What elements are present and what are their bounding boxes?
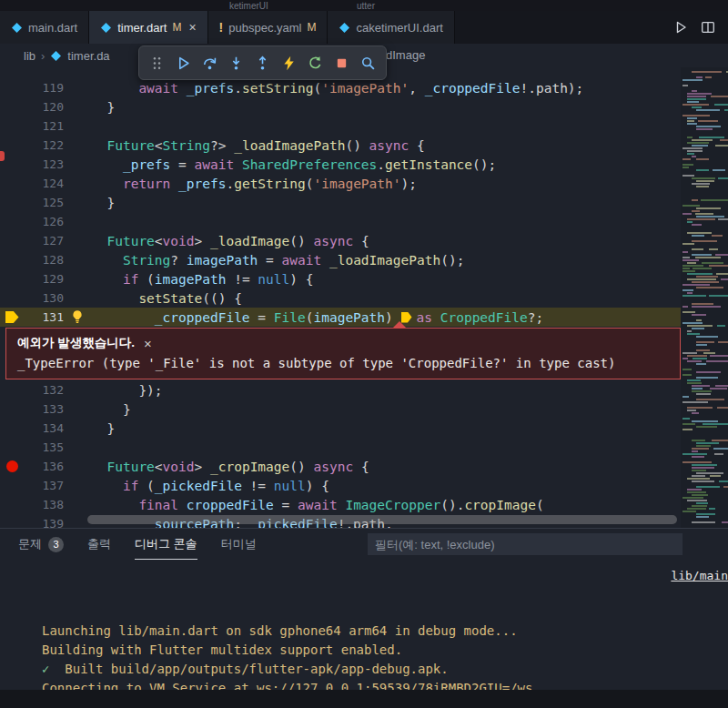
panel-tab-label: 터미널 [221, 536, 257, 552]
breadcrumb-file[interactable]: timer.da [67, 49, 109, 63]
panel-tab-debug-console[interactable]: 디버그 콘솔 [135, 529, 197, 560]
code-line-130[interactable]: 130 setState(() { [0, 288, 728, 308]
code-line-135[interactable]: 135 [0, 438, 728, 457]
step-over-button[interactable] [197, 50, 222, 76]
tabs-container: main.darttimer.dartM×!pubspec.yamlMcaket… [0, 11, 455, 44]
code-line-123[interactable]: 123 _prefs = await SharedPreferences.get… [0, 155, 728, 174]
line-number: 131 [24, 310, 64, 324]
hot-reload-button[interactable] [277, 50, 301, 76]
drag-handle[interactable] [145, 50, 169, 76]
line-number: 137 [24, 479, 64, 492]
glyph-margin[interactable] [0, 78, 24, 97]
tab-caketimerui-dart[interactable]: caketimerUI.dart [328, 11, 454, 44]
line-number: 120 [24, 100, 64, 114]
glyph-margin[interactable] [0, 476, 24, 495]
panel-tab-problems[interactable]: 문제3 [18, 529, 64, 560]
panel-tab-terminal[interactable]: 터미널 [221, 529, 257, 560]
code-line-122[interactable]: 122 Future<String?> _loadImagePath() asy… [0, 136, 728, 155]
code-line-121[interactable]: 121 [0, 116, 728, 136]
glyph-margin[interactable] [0, 231, 24, 250]
glyph-margin[interactable] [0, 495, 24, 514]
left-edge-marker [0, 151, 5, 161]
continue-button[interactable] [171, 50, 196, 76]
restart-button[interactable] [303, 50, 328, 76]
code-text: Future<void> _loadImage() async { [91, 234, 369, 248]
code-line-119[interactable]: 119 await _prefs.setString('imagePath', … [0, 78, 728, 97]
breadcrumb-folder[interactable]: lib [24, 49, 35, 63]
glyph-margin[interactable] [0, 212, 24, 231]
line-number: 128 [24, 253, 64, 267]
panel-tab-bar: 문제3출력디버그 콘솔터미널 [0, 529, 728, 560]
step-into-button[interactable] [224, 50, 248, 76]
code-line-137[interactable]: 137 if (_pickedFile != null) { [0, 476, 728, 495]
console-line: Launching lib/main.dart on sdk gphone64 … [42, 622, 728, 641]
glyph-margin[interactable] [0, 400, 24, 419]
tab-timer-dart[interactable]: timer.dartM× [89, 11, 207, 44]
glyph-margin[interactable] [0, 269, 24, 288]
code-line-127[interactable]: 127 Future<void> _loadImage() async { [0, 231, 728, 250]
code-text: String? imagePath = await _loadImagePath… [91, 253, 464, 268]
close-icon[interactable]: × [144, 336, 152, 351]
code-text: _croppedFile = File(imagePath) as Croppe… [91, 310, 543, 325]
code-line-129[interactable]: 129 if (imagePath != null) { [0, 269, 728, 288]
glyph-margin[interactable] [0, 116, 24, 136]
glyph-margin[interactable] [0, 380, 24, 400]
panel-tabs: 문제3출력디버그 콘솔터미널 [18, 529, 257, 560]
split-editor-icon[interactable] [701, 20, 715, 35]
code-line-134[interactable]: 134 } [0, 419, 728, 438]
code-text: _prefs = await SharedPreferences.getInst… [91, 157, 496, 172]
bottom-panel: 문제3출력디버그 콘솔터미널 lib/main Launching lib/ma… [0, 528, 728, 690]
glyph-margin[interactable] [0, 174, 24, 193]
code-line-125[interactable]: 125 } [0, 193, 728, 212]
tab-label: caketimerUI.dart [356, 21, 442, 35]
paused-marker-icon[interactable] [0, 308, 24, 327]
debug-console-output: lib/main Launching lib/main.dart on sdk … [0, 560, 728, 708]
widget-inspector-button[interactable] [356, 50, 380, 76]
run-icon[interactable] [673, 20, 688, 35]
glyph-margin[interactable] [0, 97, 24, 116]
panel-tab-output[interactable]: 출력 [87, 529, 111, 560]
line-number: 127 [24, 234, 64, 248]
step-out-button[interactable] [250, 50, 275, 76]
code-line-120[interactable]: 120 } [0, 97, 728, 116]
glyph-margin[interactable] [0, 438, 24, 457]
glyph-margin[interactable] [0, 193, 24, 212]
tab-main-dart[interactable]: main.dart [0, 11, 89, 44]
line-number: 133 [24, 402, 64, 416]
panel-tab-label: 디버그 콘솔 [135, 536, 197, 552]
code-line-138[interactable]: 138 final croppedFile = await ImageCropp… [0, 495, 728, 514]
minimap[interactable] [681, 67, 728, 528]
code-text: }); [91, 383, 163, 398]
code-text: } [91, 402, 131, 417]
horizontal-scrollbar[interactable] [87, 515, 677, 524]
code-text: Future<String?> _loadImagePath() async { [91, 138, 425, 153]
breakpoint-icon[interactable] [0, 457, 24, 476]
glyph-margin[interactable] [0, 288, 24, 308]
stop-button[interactable] [329, 50, 354, 76]
source-link[interactable]: lib/main [671, 566, 728, 585]
tab-label: main.dart [28, 21, 77, 35]
code-line-133[interactable]: 133 } [0, 400, 728, 419]
console-line: Building with Flutter multidex support e… [42, 641, 728, 660]
code-line-136[interactable]: 136 Future<void> _cropImage() async { [0, 457, 728, 476]
code-text: } [91, 421, 115, 436]
code-text: } [91, 100, 115, 115]
code-line-126[interactable]: 126 [0, 212, 728, 231]
glyph-margin[interactable] [0, 514, 24, 528]
code-line-132[interactable]: 132 }); [0, 380, 728, 400]
tab-pubspec-yaml[interactable]: !pubspec.yamlM [208, 11, 329, 44]
line-number: 132 [24, 383, 64, 397]
code-line-131[interactable]: 131 _croppedFile = File(imagePath) as Cr… [0, 308, 728, 327]
breadcrumb-symbol[interactable]: dImage [386, 48, 425, 62]
glyph-margin[interactable] [0, 250, 24, 269]
dart-file-icon [100, 22, 112, 34]
glyph-margin[interactable] [0, 419, 24, 438]
lightbulb-icon[interactable] [70, 309, 85, 324]
code-line-124[interactable]: 124 return _prefs.getString('imagePath')… [0, 174, 728, 193]
console-filter-input[interactable] [368, 533, 682, 555]
close-icon[interactable]: × [188, 20, 196, 35]
vscode-window: ketimerUI utter main.darttimer.dartM×!pu… [0, 0, 728, 708]
code-line-128[interactable]: 128 String? imagePath = await _loadImage… [0, 250, 728, 269]
line-number: 122 [24, 138, 64, 152]
code-editor[interactable]: 119 await _prefs.setString('imagePath', … [0, 67, 728, 528]
